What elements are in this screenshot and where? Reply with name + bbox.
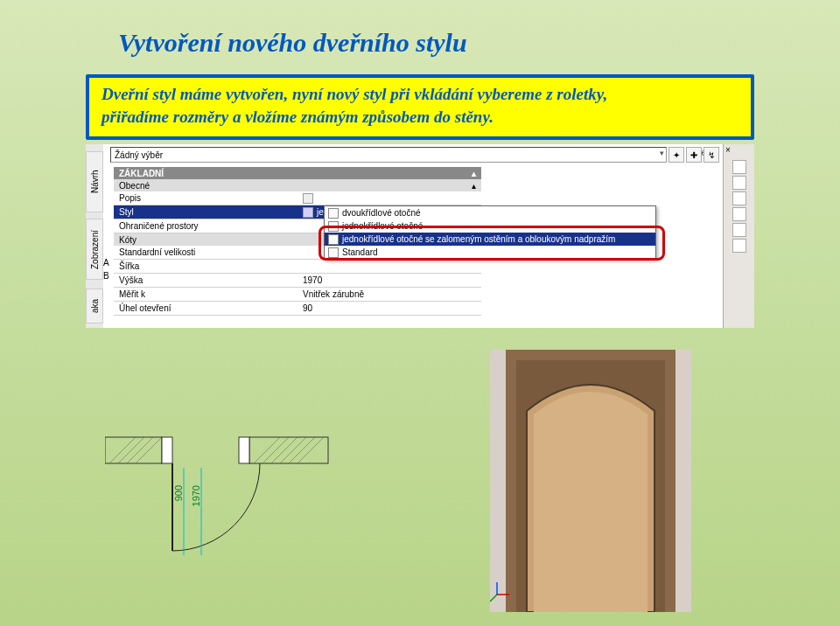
dimension-width: 900 <box>173 485 184 501</box>
prop-value[interactable] <box>298 191 481 205</box>
svg-line-11 <box>298 437 324 463</box>
prop-value-text: 1970 <box>303 275 322 285</box>
prop-key: Styl <box>114 205 298 219</box>
prop-key: Popis <box>114 191 298 205</box>
section-header-zakladni[interactable]: ZÁKLADNÍ ▴ <box>114 167 481 179</box>
door-icon <box>328 221 339 232</box>
dropdown-item[interactable]: dvoukřídlové otočné <box>325 206 655 219</box>
toolbar-icon[interactable]: ✚ <box>686 147 702 163</box>
prop-row-merit[interactable]: Měřit k Vnitřek zárubně <box>114 288 481 302</box>
svg-line-6 <box>254 437 280 463</box>
dropdown-item[interactable]: jednokřídlové otočné <box>325 219 655 233</box>
dropdown-item-label: jednokřídlové otočné <box>342 221 423 231</box>
selection-toolbar: Žádný výběr ✦ ✚ ↯ <box>110 146 719 163</box>
instruction-callout: Dveřní styl máme vytvořen, nyní nový sty… <box>86 74 754 140</box>
side-tab-strip: Návrh Zobrazení aka <box>86 144 103 328</box>
dropdown-item-label: dvoukřídlové otočné <box>342 208 421 218</box>
svg-rect-13 <box>239 437 249 463</box>
dropdown-item[interactable]: Standard <box>325 246 655 259</box>
chevron-up-icon: ▴ <box>472 169 476 178</box>
prop-row-popis[interactable]: Popis <box>114 191 481 205</box>
side-tab-navrh[interactable]: Návrh <box>86 151 103 212</box>
svg-line-10 <box>289 437 315 463</box>
door-plan-view: 900 1970 <box>105 428 350 586</box>
filter-icon: ✚ <box>690 150 697 160</box>
ab-labels: A B <box>103 258 112 281</box>
properties-panel-screenshot: DleHla Návrh Zobrazení aka A B Žádný výb… <box>86 144 754 328</box>
palette-icon[interactable] <box>732 176 746 190</box>
door-icon <box>328 208 339 219</box>
prop-value[interactable]: 90 <box>298 302 481 315</box>
palette-icon[interactable] <box>732 191 746 205</box>
prop-key: Šířka <box>114 260 298 273</box>
door-elevation-view <box>490 350 691 612</box>
callout-line: Dveřní styl máme vytvořen, nyní nový sty… <box>102 83 738 106</box>
svg-line-7 <box>262 437 289 463</box>
field-icon <box>303 193 313 204</box>
section-header-label: ZÁKLADNÍ <box>119 169 164 178</box>
prop-row-uhel[interactable]: Úhel otevření 90 <box>114 302 481 316</box>
side-tab-aka[interactable]: aka <box>86 289 103 323</box>
svg-rect-12 <box>162 437 172 463</box>
prop-value[interactable] <box>298 260 481 273</box>
prop-row-vyska[interactable]: Výška 1970 <box>114 274 481 288</box>
palette-icon[interactable] <box>732 207 746 221</box>
subsection-label: Obecné <box>119 181 150 191</box>
prop-key: Ohraničené prostory <box>114 219 298 233</box>
prop-value[interactable]: 1970 <box>298 274 481 287</box>
dropdown-item-selected[interactable]: jednokřídlové otočné se zalomeným ostění… <box>325 233 655 246</box>
plus-icon: ✦ <box>673 150 680 160</box>
svg-rect-1 <box>249 437 328 463</box>
palette-icon[interactable] <box>732 160 746 174</box>
subsection-obecne[interactable]: Obecné ▴ <box>114 179 481 191</box>
door-icon <box>328 234 339 245</box>
palette-icon[interactable] <box>732 223 746 237</box>
select-icon: ↯ <box>708 150 715 160</box>
style-dropdown[interactable]: dvoukřídlové otočné jednokřídlové otočné… <box>324 205 656 260</box>
door-svg <box>490 350 691 612</box>
prop-key: Výška <box>114 274 298 287</box>
dropdown-item-label: jednokřídlové otočné se zalomeným ostění… <box>342 234 615 244</box>
prop-value[interactable]: Vnitřek zárubně <box>298 288 481 301</box>
dimension-height: 1970 <box>191 485 201 506</box>
svg-line-5 <box>136 437 162 463</box>
svg-line-3 <box>118 437 144 463</box>
prop-key: Úhel otevření <box>114 302 298 315</box>
palette-icon[interactable] <box>732 239 746 253</box>
svg-line-8 <box>271 437 298 463</box>
style-icon <box>303 207 313 218</box>
label-b: B <box>103 271 112 281</box>
toolbar-icon[interactable]: ↯ <box>704 147 719 163</box>
prop-key: Standardní velikosti <box>114 246 298 259</box>
prop-value-text: Vnitřek zárubně <box>303 289 364 299</box>
close-icon[interactable]: × <box>725 145 731 155</box>
prop-row-sirka[interactable]: Šířka <box>114 260 481 274</box>
page-title: Vytvoření nového dveřního stylu <box>118 28 467 58</box>
prop-value-text: 90 <box>303 303 312 313</box>
svg-line-4 <box>127 437 153 463</box>
label-a: A <box>103 258 112 268</box>
right-tool-palette: × <box>723 144 754 328</box>
svg-line-9 <box>280 437 306 463</box>
selection-combo[interactable]: Žádný výběr <box>110 147 667 163</box>
chevron-up-icon: ▴ <box>472 181 476 191</box>
prop-key: Měřit k <box>114 288 298 301</box>
side-tab-zobrazeni[interactable]: Zobrazení <box>86 219 103 280</box>
plan-svg <box>105 428 350 586</box>
dropdown-item-label: Standard <box>342 247 378 257</box>
door-icon <box>328 247 339 258</box>
subsection-label: Kóty <box>119 235 136 245</box>
svg-line-2 <box>109 437 136 463</box>
callout-line: přiřadíme rozměry a vložíme známým způso… <box>102 106 738 129</box>
selection-combo-text: Žádný výběr <box>115 150 163 160</box>
toolbar-icon[interactable]: ✦ <box>668 147 684 163</box>
